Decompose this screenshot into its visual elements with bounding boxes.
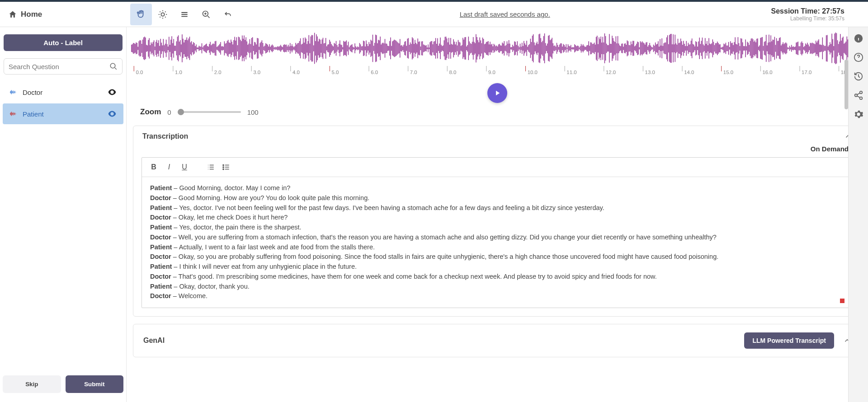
svg-rect-182 xyxy=(299,41,300,56)
svg-rect-147 xyxy=(266,44,267,53)
eye-icon[interactable] xyxy=(107,87,117,97)
svg-rect-85 xyxy=(208,47,208,50)
scrollbar-thumb[interactable] xyxy=(844,60,848,109)
svg-rect-45 xyxy=(170,40,171,57)
transcription-header[interactable]: Transcription xyxy=(133,126,861,145)
search-input[interactable] xyxy=(9,63,109,70)
svg-rect-482 xyxy=(581,44,581,52)
pan-tool-button[interactable] xyxy=(130,4,152,25)
auto-label-button[interactable]: Auto - Label xyxy=(4,34,123,51)
draft-saved-link[interactable]: Last draft saved seconds ago. xyxy=(460,10,550,18)
editor-body[interactable]: Patient – Good Morning, doctor. May I co… xyxy=(142,177,853,308)
svg-rect-504 xyxy=(602,42,602,54)
svg-rect-72 xyxy=(196,44,196,52)
svg-rect-145 xyxy=(264,46,265,51)
transcript-speaker: Patient xyxy=(150,224,172,231)
transcript-line[interactable]: Doctor – Okay, so you are probably suffe… xyxy=(150,252,844,262)
transcript-line[interactable]: Patient – Good Morning, doctor. May I co… xyxy=(150,183,844,193)
svg-rect-432 xyxy=(534,42,534,54)
svg-rect-617 xyxy=(708,45,708,51)
transcript-line[interactable]: Doctor – Okay, let me check Does it hurt… xyxy=(150,213,844,223)
svg-point-0 xyxy=(161,13,164,16)
svg-rect-143 xyxy=(263,43,263,54)
history-icon[interactable] xyxy=(854,71,863,81)
svg-rect-309 xyxy=(419,42,419,55)
header-right: Session Time: 27:57s Labelling Time: 35:… xyxy=(771,7,868,22)
transcript-line[interactable]: Doctor – Welcome. xyxy=(150,291,844,301)
svg-rect-667 xyxy=(755,40,755,56)
share-icon[interactable] xyxy=(854,90,863,100)
svg-rect-417 xyxy=(520,44,520,53)
svg-rect-454 xyxy=(555,46,555,51)
svg-rect-158 xyxy=(277,47,277,50)
transcript-line[interactable]: Doctor – Well, you are suffering from a … xyxy=(150,233,844,243)
audio-timeline[interactable]: 0.01.02.03.04.05.06.07.08.09.010.011.012… xyxy=(131,66,863,79)
svg-rect-548 xyxy=(643,42,643,54)
svg-rect-487 xyxy=(585,47,586,50)
labelling-time: Labelling Time: 35:57s xyxy=(771,15,844,22)
svg-rect-478 xyxy=(577,46,578,51)
svg-rect-274 xyxy=(386,43,386,53)
speaker-item-patient[interactable]: Patient xyxy=(3,103,123,124)
svg-rect-328 xyxy=(436,44,437,53)
svg-rect-683 xyxy=(769,42,770,54)
transcript-line[interactable]: Doctor – That's good. I'm prescribing so… xyxy=(150,272,844,282)
svg-rect-448 xyxy=(549,35,549,62)
svg-rect-383 xyxy=(488,41,488,56)
brightness-tool-button[interactable] xyxy=(152,4,174,25)
transcript-line[interactable]: Patient – Actually, I went to a fair las… xyxy=(150,243,844,252)
eye-icon[interactable] xyxy=(107,109,117,119)
gear-icon[interactable] xyxy=(854,109,863,119)
underline-button[interactable]: U xyxy=(179,162,190,172)
svg-rect-474 xyxy=(573,47,574,50)
list-tool-button[interactable] xyxy=(174,4,195,25)
svg-rect-82 xyxy=(205,44,206,52)
info-icon[interactable] xyxy=(854,33,863,43)
svg-rect-590 xyxy=(682,45,683,52)
svg-rect-349 xyxy=(456,42,457,55)
svg-rect-84 xyxy=(207,46,208,51)
svg-rect-126 xyxy=(246,42,247,56)
svg-rect-201 xyxy=(317,37,317,61)
svg-rect-83 xyxy=(206,44,207,53)
svg-rect-721 xyxy=(805,43,806,53)
svg-rect-637 xyxy=(726,46,727,51)
svg-rect-333 xyxy=(441,45,441,52)
editor-toolbar: B I U xyxy=(142,158,853,177)
help-icon[interactable] xyxy=(854,52,863,62)
transcript-line[interactable]: Patient – Yes, doctor. I've not been fee… xyxy=(150,203,844,213)
svg-rect-105 xyxy=(227,41,227,56)
svg-rect-425 xyxy=(527,47,528,50)
undo-tool-button[interactable] xyxy=(217,4,239,25)
unordered-list-button[interactable] xyxy=(221,162,231,172)
transcript-line[interactable]: Patient – I think I will never eat from … xyxy=(150,262,844,272)
svg-rect-34 xyxy=(160,39,160,58)
search-wrap[interactable] xyxy=(4,58,123,75)
svg-rect-207 xyxy=(323,38,323,59)
transcript-line[interactable]: Patient – Yes, doctor, the pain there is… xyxy=(150,223,844,233)
play-button[interactable] xyxy=(487,83,507,103)
svg-rect-416 xyxy=(519,47,519,49)
genai-header[interactable]: GenAI LLM Powered Transcript xyxy=(133,324,861,357)
skip-button[interactable]: Skip xyxy=(3,375,61,393)
speaker-item-doctor[interactable]: Doctor xyxy=(3,82,123,103)
ordered-list-button[interactable] xyxy=(205,162,216,172)
svg-rect-123 xyxy=(244,35,244,61)
home-link[interactable]: Home xyxy=(0,10,127,19)
submit-button[interactable]: Submit xyxy=(66,375,124,393)
zoom-in-tool-button[interactable] xyxy=(195,4,217,25)
svg-rect-124 xyxy=(245,40,245,56)
svg-rect-610 xyxy=(701,41,702,56)
zoom-slider[interactable] xyxy=(178,111,241,113)
transcript-line[interactable]: Patient – Okay, doctor, thank you. xyxy=(150,282,844,292)
zoom-slider-thumb[interactable] xyxy=(178,109,184,115)
transcript-text: – That's good. I'm prescribing some medi… xyxy=(171,273,657,280)
transcript-line[interactable]: Doctor – Good Morning. How are you? You … xyxy=(150,193,844,203)
llm-transcript-button[interactable]: LLM Powered Transcript xyxy=(744,332,834,349)
italic-button[interactable]: I xyxy=(164,162,175,172)
audio-waveform[interactable] xyxy=(131,33,863,64)
transcript-speaker: Patient xyxy=(150,184,172,192)
svg-rect-367 xyxy=(473,37,473,60)
svg-rect-584 xyxy=(677,45,677,52)
bold-button[interactable]: B xyxy=(148,162,159,172)
